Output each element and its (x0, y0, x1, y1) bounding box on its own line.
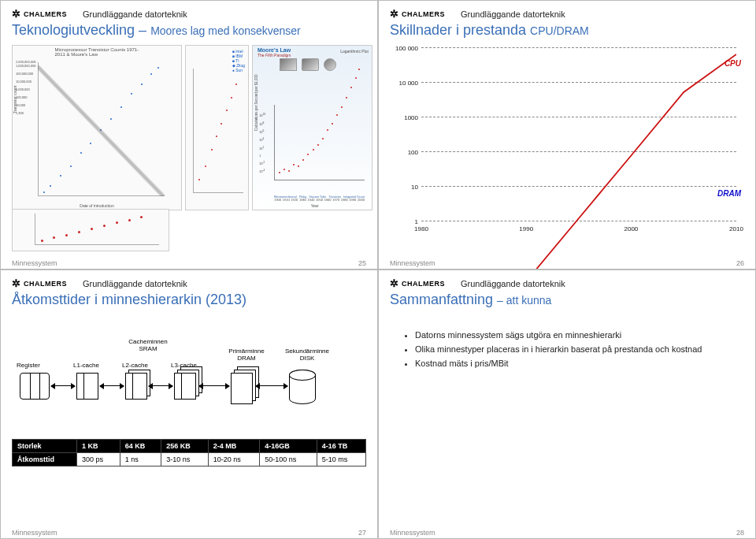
chalmers-logo: ✲ CHALMERS (12, 278, 67, 288)
title-sub: – att kunna (497, 294, 551, 307)
thumb-c-xlabel: Year (310, 203, 318, 208)
row-header-size: Storlek (13, 440, 77, 453)
slide-26: ✲ CHALMERS Grundläggande datorteknik Ski… (378, 0, 756, 270)
logo-text: CHALMERS (24, 280, 67, 288)
box-register (20, 373, 50, 400)
slide-footer: Minnessystem 26 (390, 259, 744, 267)
arrow (199, 385, 229, 386)
thumb-xlabel: Date of introduction (80, 203, 113, 208)
box-dram (231, 373, 253, 404)
arrow (149, 385, 172, 386)
page-number: 27 (358, 529, 366, 537)
slide-27: ✲ CHALMERS Grundläggande datorteknik Åtk… (0, 270, 378, 539)
ytick: 10 (390, 184, 418, 191)
cell: 4-16 TB (317, 440, 365, 453)
memory-hierarchy-diagram: Register L1-cache L2-cache L3-cache Cach… (12, 322, 366, 417)
thumbnail-intel-roadmap: ■ Intel■ IBM■ TI◆ Zilog● Sun (185, 45, 249, 210)
course-title: Grundläggande datorteknik (461, 9, 565, 19)
course-title: Grundläggande datorteknik (83, 9, 187, 19)
slide-25: ✲ CHALMERS Grundläggande datorteknik Tek… (0, 0, 378, 270)
header: ✲ CHALMERS Grundläggande datorteknik (390, 278, 744, 288)
label-register: Register (17, 362, 40, 369)
slide-28: ✲ CHALMERS Grundläggande datorteknik Sam… (378, 270, 756, 539)
slide-title: Åtkomsttider i minneshierarkin (2013) (12, 292, 366, 308)
label-l1: L1-cache (73, 362, 99, 369)
thumb-c-yticks: 1010108106104102110-210-4 (259, 111, 265, 175)
course-title: Grundläggande datorteknik (461, 279, 565, 288)
label-l2: L2-cache (122, 362, 148, 369)
slide-title: Sammanfattning – att kunna (390, 292, 744, 308)
footer-label: Minnessystem (390, 529, 435, 537)
slide-footer: Minnessystem 27 (12, 529, 366, 537)
slide-footer: Minnessystem 28 (390, 529, 744, 537)
header: ✲ CHALMERS Grundläggande datorteknik (390, 9, 744, 19)
row-header-time: Åtkomsttid (13, 453, 77, 467)
bullet-item: Kostnad mäts i pris/MBit (415, 359, 744, 368)
bullet-item: Olika minnestyper placeras in i hierarki… (415, 344, 744, 354)
footer-label: Minnessystem (12, 529, 57, 537)
cell: 256 KB (161, 440, 208, 453)
header: ✲ CHALMERS Grundläggande datorteknik (12, 278, 366, 288)
cell: 5-10 ms (317, 453, 365, 467)
title-main: Teknologiutveckling – (12, 22, 146, 38)
title-sub: Moores lag med konsekvenser (150, 24, 301, 37)
title-main: Sammanfattning (390, 292, 497, 307)
page-number: 26 (736, 259, 744, 267)
page-number: 28 (736, 529, 744, 537)
title-main: Åtkomsttider i minneshierarkin (2013) (12, 292, 246, 307)
gear-icon: ✲ (390, 9, 398, 19)
performance-chart: 1 10 100 1000 10 000 100 000 1980 1990 2… (421, 48, 736, 221)
gear-icon: ✲ (390, 278, 398, 288)
thumb-c-right: Logarithmic Plot (340, 49, 369, 54)
arrow (256, 385, 287, 386)
thumb-c-subtitle: The Fifth Paradigm (258, 53, 291, 58)
ytick-labels: 2,000,000,0001,000,000,000100,000,00010,… (16, 60, 36, 115)
cell: 4-16GB (260, 440, 317, 453)
cell: 50-100 ns (260, 453, 317, 467)
header: ✲ CHALMERS Grundläggande datorteknik (12, 9, 366, 19)
cell: 10-20 ns (208, 453, 260, 467)
legend-dram: DRAM (717, 189, 741, 198)
chart-curves (421, 48, 736, 270)
slide-footer: Minnessystem 25 (12, 259, 366, 267)
arrow (100, 385, 124, 386)
title-main: Skillnader i prestanda (390, 22, 530, 38)
chalmers-logo: ✲ CHALMERS (390, 9, 445, 19)
logo-text: CHALMERS (24, 10, 67, 18)
arrow (51, 385, 75, 386)
box-l3 (174, 373, 196, 400)
gear-icon: ✲ (12, 9, 20, 19)
box-l1 (76, 373, 98, 400)
slide-title: Skillnader i prestanda CPU/DRAM (390, 22, 744, 39)
slide-title: Teknologiutveckling – Moores lag med kon… (12, 22, 366, 39)
page-number: 25 (358, 259, 366, 267)
ytick: 1 (390, 218, 418, 225)
bullet-item: Datorns minnessystem sägs utgöra en minn… (415, 330, 744, 340)
cell: 1 ns (120, 453, 161, 467)
course-title: Grundläggande datorteknik (83, 279, 187, 288)
box-l2 (125, 373, 147, 400)
thumbnail-clock-frequency (12, 209, 169, 251)
hierarchy-table: Storlek 1 KB 64 KB 256 KB 2-4 MB 4-16GB … (12, 439, 366, 467)
chalmers-logo: ✲ CHALMERS (12, 9, 67, 19)
legend-cpu: CPU (724, 59, 741, 68)
logo-text: CHALMERS (402, 280, 445, 288)
ytick: 1000 (390, 114, 418, 121)
logo-text: CHALMERS (402, 10, 445, 18)
thumb-title: Microprocessor Transistor Counts 1971-20… (55, 47, 139, 57)
ytick: 100 (390, 149, 418, 156)
cell: 3-10 ns (161, 453, 208, 467)
title-sub: CPU/DRAM (530, 24, 589, 37)
gear-icon: ✲ (12, 278, 20, 288)
chalmers-logo: ✲ CHALMERS (390, 278, 445, 288)
thumbnail-transistor-counts: Microprocessor Transistor Counts 1971-20… (12, 45, 182, 210)
thumbnail-fifth-paradigm: Moore's Law The Fifth Paradigm Logarithm… (252, 45, 372, 210)
cell: 64 KB (120, 440, 161, 453)
disk-icon (289, 370, 316, 404)
cell: 300 ps (76, 453, 120, 467)
footer-label: Minnessystem (12, 259, 57, 267)
cell: 1 KB (76, 440, 120, 453)
label-primary: PrimärminneDRAM (223, 348, 270, 362)
label-secondary: SekundärminneDISK (280, 348, 335, 362)
label-cachem: CacheminnenSRAM (113, 338, 183, 352)
